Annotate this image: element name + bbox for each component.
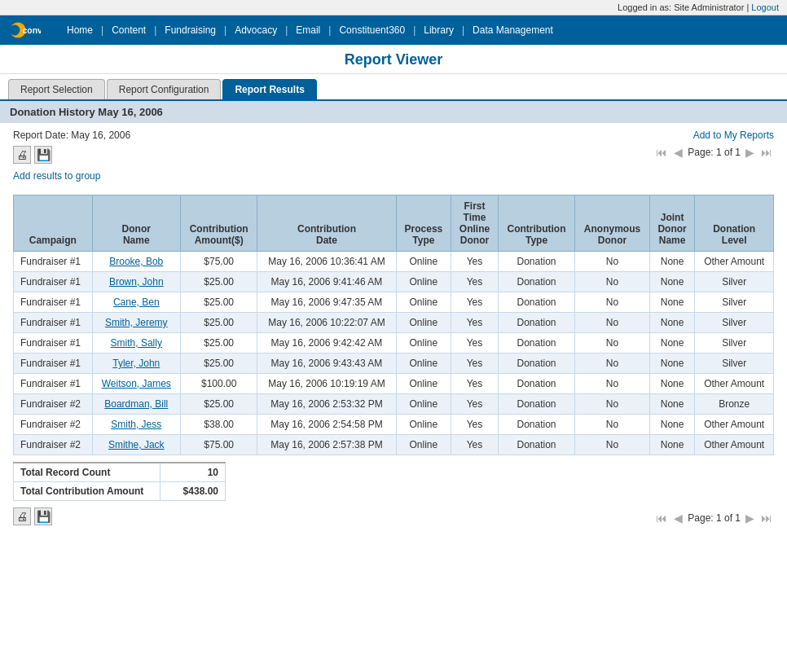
donor-name-link[interactable]: Boardman, Bill [104, 398, 168, 410]
svg-text:convio: convio [23, 26, 41, 35]
table-cell: None [649, 374, 695, 394]
print-button[interactable]: 🖨 [13, 146, 31, 164]
col-header-joint-donor: JointDonorName [649, 195, 695, 252]
prev-page-button-bottom[interactable]: ◀ [672, 512, 684, 525]
table-cell: No [575, 333, 650, 354]
table-cell: Online [396, 394, 451, 415]
table-cell[interactable]: Smithe, Jack [92, 435, 180, 455]
table-cell: Fundraiser #1 [14, 354, 93, 374]
donor-name-link[interactable]: Brooke, Bob [109, 256, 163, 267]
nav-constituent360[interactable]: Constituent360 [332, 23, 411, 37]
table-cell: $75.00 [180, 252, 257, 272]
table-cell: Silver [695, 333, 774, 354]
contribution-total-label: Total Contribution Amount [14, 482, 160, 501]
table-cell: Fundraiser #1 [14, 252, 93, 272]
first-page-button-bottom[interactable]: ⏮ [654, 512, 669, 525]
last-page-button-bottom[interactable]: ⏭ [759, 512, 774, 525]
add-to-my-reports-link[interactable]: Add to My Reports [693, 130, 774, 141]
bottom-icon-row: 🖨 💾 [13, 507, 52, 525]
nav-home[interactable]: Home [60, 23, 99, 37]
table-row: Fundraiser #1Brooke, Bob$75.00May 16, 20… [14, 252, 774, 272]
table-cell: None [649, 252, 695, 272]
table-cell[interactable]: Smith, Sally [92, 333, 180, 354]
col-header-contribution-type: ContributionType [498, 195, 574, 252]
save-icon-bottom: 💾 [37, 510, 51, 523]
table-cell[interactable]: Brooke, Bob [92, 252, 180, 272]
table-cell: Donation [498, 354, 574, 374]
donor-name-link[interactable]: Smith, Sally [111, 337, 162, 349]
table-body: Fundraiser #1Brooke, Bob$75.00May 16, 20… [14, 252, 774, 455]
tab-report-selection[interactable]: Report Selection [8, 79, 105, 99]
donor-name-link[interactable]: Smith, Jess [111, 419, 161, 430]
save-button[interactable]: 💾 [34, 146, 52, 164]
donor-name-link[interactable]: Smithe, Jack [108, 439, 165, 450]
table-cell: Online [396, 374, 451, 394]
nav-email[interactable]: Email [289, 23, 327, 37]
table-cell: None [649, 354, 695, 374]
logout-link[interactable]: Logout [751, 2, 779, 12]
top-bar: Logged in as: Site Administrator | Logou… [0, 0, 787, 15]
table-cell: Fundraiser #1 [14, 272, 93, 292]
donor-name-link[interactable]: Cane, Ben [113, 296, 160, 308]
table-cell[interactable]: Brown, John [92, 272, 180, 292]
logo: convio [8, 19, 44, 42]
nav-fundraising[interactable]: Fundraising [158, 23, 222, 37]
donor-name-link[interactable]: Smith, Jeremy [105, 317, 168, 328]
nav-data-management[interactable]: Data Management [466, 23, 560, 37]
table-cell: May 16, 2006 9:42:42 AM [257, 333, 396, 354]
prev-page-button-top[interactable]: ◀ [672, 146, 684, 159]
table-cell: Fundraiser #1 [14, 374, 93, 394]
table-cell: Online [396, 354, 451, 374]
table-cell: No [575, 394, 650, 415]
table-cell[interactable]: Cane, Ben [92, 292, 180, 313]
first-page-button-top[interactable]: ⏮ [654, 146, 669, 159]
table-cell: Online [396, 272, 451, 292]
table-cell[interactable]: Tyler, John [92, 354, 180, 374]
table-row: Fundraiser #2Boardman, Bill$25.00May 16,… [14, 394, 774, 415]
table-cell[interactable]: Weitson, James [92, 374, 180, 394]
table-cell: Silver [695, 272, 774, 292]
save-button-bottom[interactable]: 💾 [34, 507, 52, 525]
report-icon-row: 🖨 💾 [13, 146, 130, 164]
table-cell: May 16, 2006 2:53:32 PM [257, 394, 396, 415]
tab-report-configuration[interactable]: Report Configuration [107, 79, 222, 99]
nav-library[interactable]: Library [417, 23, 460, 37]
logged-in-text: Logged in as: Site Administrator [618, 2, 744, 12]
next-page-button-top[interactable]: ▶ [744, 146, 756, 159]
donor-name-link[interactable]: Brown, John [109, 276, 164, 288]
table-cell: Other Amount [695, 374, 774, 394]
table-cell[interactable]: Boardman, Bill [92, 394, 180, 415]
contribution-total-value: $438.00 [160, 482, 226, 501]
tab-report-results[interactable]: Report Results [222, 79, 316, 99]
table-cell: Silver [695, 292, 774, 313]
table-cell: None [649, 292, 695, 313]
tabs-bar: Report Selection Report Configuration Re… [0, 74, 787, 101]
table-cell: Fundraiser #2 [14, 394, 93, 415]
table-cell: Donation [498, 415, 574, 435]
add-results-to-group-link[interactable]: Add results to group [13, 170, 100, 182]
print-icon-bottom: 🖨 [16, 510, 28, 523]
table-row: Fundraiser #1Tyler, John$25.00May 16, 20… [14, 354, 774, 374]
table-cell[interactable]: Smith, Jess [92, 415, 180, 435]
nav-advocacy[interactable]: Advocacy [228, 23, 284, 37]
last-page-button-top[interactable]: ⏭ [759, 146, 774, 159]
next-page-button-bottom[interactable]: ▶ [744, 512, 756, 525]
table-cell: $75.00 [180, 435, 257, 455]
table-cell: Donation [498, 252, 574, 272]
table-cell: Donation [498, 394, 574, 415]
table-cell: None [649, 333, 695, 354]
table-cell: Donation [498, 313, 574, 333]
col-header-campaign: Campaign [14, 195, 93, 252]
nav-content[interactable]: Content [105, 23, 152, 37]
nav-bar: convio Home | Content | Fundraising | Ad… [0, 15, 787, 45]
print-button-bottom[interactable]: 🖨 [13, 507, 31, 525]
table-cell: Yes [451, 354, 499, 374]
table-cell: May 16, 2006 2:54:58 PM [257, 415, 396, 435]
page-label-bottom: Page: 1 of 1 [688, 512, 741, 524]
donor-name-link[interactable]: Weitson, James [102, 378, 171, 389]
table-cell: May 16, 2006 9:41:46 AM [257, 272, 396, 292]
table-cell: Other Amount [695, 252, 774, 272]
donor-name-link[interactable]: Tyler, John [112, 358, 160, 369]
table-cell[interactable]: Smith, Jeremy [92, 313, 180, 333]
col-header-process-type: ProcessType [396, 195, 451, 252]
